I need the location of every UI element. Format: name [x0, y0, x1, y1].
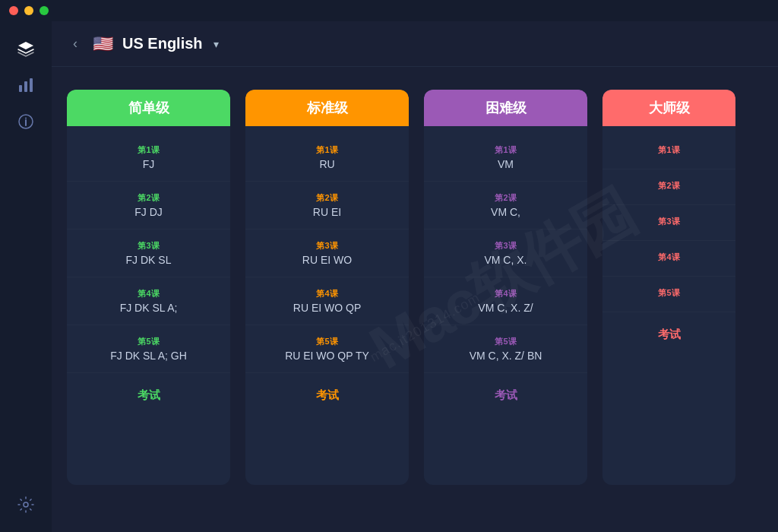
lesson-num: 第2课 [439, 192, 572, 204]
level-header-hard: 困难级 [424, 90, 587, 126]
level-card-hard: 困难级 第1课 VM 第2课 VM C, 第3课 VM C, X. 第4课 VM… [424, 90, 587, 485]
lesson-num: 第1课 [439, 144, 572, 156]
lesson-keys: RU EI WO [261, 254, 394, 266]
lesson-item[interactable]: 第2课 VM C, [424, 182, 587, 230]
exam-item-hard[interactable]: 考试 [424, 376, 587, 415]
lesson-keys: VM C, [439, 206, 572, 218]
exam-label: 考试 [495, 388, 517, 401]
svg-point-6 [24, 502, 28, 507]
lesson-num: 第1课 [261, 144, 394, 156]
lesson-keys: FJ [82, 158, 215, 170]
lesson-item[interactable]: 第2课 RU EI [245, 182, 409, 230]
main-content: ‹ 🇺🇸 US English ▾ 简单级 第1课 FJ 第2课 FJ DJ 第… [52, 21, 778, 532]
exam-item-standard[interactable]: 考试 [245, 376, 409, 415]
level-header-master: 大师级 [602, 90, 735, 126]
lesson-keys: RU [261, 158, 394, 170]
lesson-num: 第2课 [261, 192, 394, 204]
lesson-item[interactable]: 第5课 [602, 277, 735, 312]
lesson-item[interactable]: 第5课 RU EI WO QP TY [245, 325, 409, 373]
lesson-keys: FJ DJ [82, 206, 215, 218]
lesson-keys: FJ DK SL A; [82, 302, 215, 314]
lesson-keys: RU EI WO QP [261, 302, 394, 314]
lesson-num: 第1课 [82, 144, 215, 156]
fullscreen-button[interactable] [40, 6, 49, 15]
lesson-num: 第3课 [82, 240, 215, 252]
lesson-item[interactable]: 第4课 VM C, X. Z/ [424, 277, 587, 325]
svg-rect-2 [30, 78, 33, 92]
lesson-item[interactable]: 第5课 VM C, X. Z/ BN [424, 325, 587, 373]
sidebar [0, 21, 52, 532]
lesson-keys: FJ DK SL A; GH [82, 350, 215, 362]
lesson-list-master: 第1课 第2课 第3课 第4课 第5课 考试 [602, 126, 735, 362]
lesson-item[interactable]: 第3课 [602, 205, 735, 241]
exam-label: 考试 [316, 388, 339, 401]
exam-label: 考试 [658, 328, 681, 340]
lesson-item[interactable]: 第2课 FJ DJ [67, 182, 230, 230]
lesson-num: 第4课 [618, 252, 720, 263]
lesson-keys: RU EI WO QP TY [261, 350, 394, 362]
exam-item-easy[interactable]: 考试 [67, 376, 230, 415]
lesson-num: 第5课 [439, 336, 572, 347]
svg-point-5 [25, 118, 27, 119]
lesson-num: 第3课 [439, 240, 572, 252]
lesson-num: 第4课 [82, 288, 215, 299]
svg-rect-1 [24, 81, 27, 92]
lesson-item[interactable]: 第4课 FJ DK SL A; [67, 277, 230, 325]
lesson-num: 第4课 [261, 288, 394, 299]
lesson-item[interactable]: 第5课 FJ DK SL A; GH [67, 325, 230, 373]
lesson-item[interactable]: 第3课 RU EI WO [245, 230, 409, 277]
level-header-standard: 标准级 [245, 90, 409, 126]
lesson-item[interactable]: 第1课 VM [424, 134, 587, 182]
level-card-easy: 简单级 第1课 FJ 第2课 FJ DJ 第3课 FJ DK SL 第4课 FJ… [67, 90, 230, 485]
header: ‹ 🇺🇸 US English ▾ [52, 21, 778, 67]
language-title: US English [122, 35, 203, 52]
lesson-keys: VM C, X. [439, 254, 572, 266]
lesson-item[interactable]: 第1课 [602, 134, 735, 169]
lesson-num: 第1课 [618, 144, 720, 156]
lesson-item[interactable]: 第4课 RU EI WO QP [245, 277, 409, 325]
lesson-item[interactable]: 第1课 RU [245, 134, 409, 182]
lesson-list-standard: 第1课 RU 第2课 RU EI 第3课 RU EI WO 第4课 RU EI … [245, 126, 409, 423]
lesson-num: 第5课 [261, 336, 394, 347]
svg-rect-0 [19, 85, 22, 92]
lesson-num: 第2课 [618, 180, 720, 192]
lesson-item[interactable]: 第3课 VM C, X. [424, 230, 587, 277]
lesson-list-hard: 第1课 VM 第2课 VM C, 第3课 VM C, X. 第4课 VM C, … [424, 126, 587, 423]
exam-item-master[interactable]: 考试 [602, 315, 735, 354]
lesson-item[interactable]: 第3课 FJ DK SL [67, 230, 230, 277]
lesson-keys: VM C, X. Z/ [439, 302, 572, 314]
lesson-num: 第2课 [82, 192, 215, 204]
lesson-keys: RU EI [261, 206, 394, 218]
lesson-num: 第4课 [439, 288, 572, 299]
sidebar-item-study[interactable] [11, 33, 41, 64]
lesson-keys: VM [439, 158, 572, 170]
flag-icon: 🇺🇸 [93, 34, 113, 54]
level-card-master: 大师级 第1课 第2课 第3课 第4课 第5课 考试 [602, 90, 735, 485]
lesson-num: 第5课 [82, 336, 215, 347]
lesson-num: 第3课 [618, 216, 720, 227]
lesson-keys: VM C, X. Z/ BN [439, 350, 572, 362]
lesson-keys: FJ DK SL [82, 254, 215, 266]
lesson-item[interactable]: 第2课 [602, 169, 735, 205]
level-card-standard: 标准级 第1课 RU 第2课 RU EI 第3课 RU EI WO 第4课 RU… [245, 90, 409, 485]
exam-label: 考试 [138, 388, 160, 401]
lesson-num: 第5课 [618, 287, 720, 299]
back-button[interactable]: ‹ [67, 33, 84, 55]
dropdown-arrow-icon[interactable]: ▾ [213, 38, 219, 50]
sidebar-item-info[interactable] [11, 106, 41, 137]
level-header-easy: 简单级 [67, 90, 230, 126]
sidebar-item-settings[interactable] [11, 489, 41, 520]
cards-container: 简单级 第1课 FJ 第2课 FJ DJ 第3课 FJ DK SL 第4课 FJ… [52, 67, 778, 532]
lesson-list-easy: 第1课 FJ 第2课 FJ DJ 第3课 FJ DK SL 第4课 FJ DK … [67, 126, 230, 423]
close-button[interactable] [9, 6, 18, 15]
minimize-button[interactable] [24, 6, 33, 15]
lesson-item[interactable]: 第1课 FJ [67, 134, 230, 182]
lesson-item[interactable]: 第4课 [602, 241, 735, 277]
sidebar-item-stats[interactable] [11, 70, 41, 100]
titlebar [0, 0, 778, 21]
lesson-num: 第3课 [261, 240, 394, 252]
